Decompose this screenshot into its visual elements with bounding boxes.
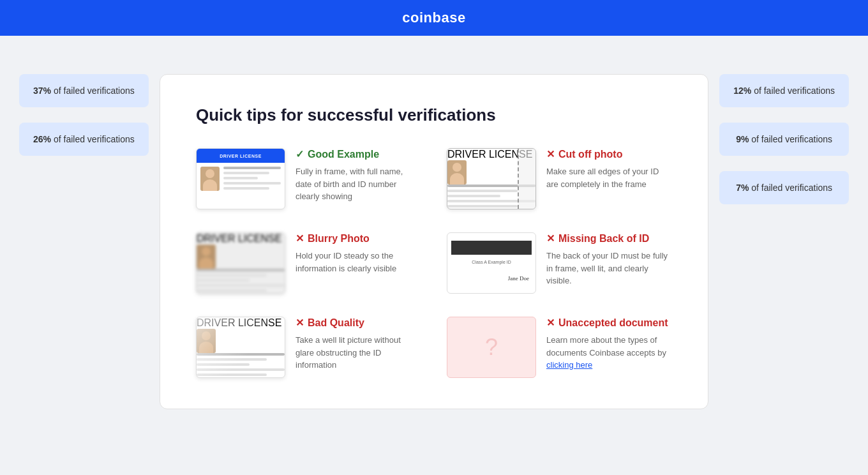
tip-title-cutoff: Cut off photo: [558, 149, 622, 160]
card-body-good: [197, 163, 285, 196]
tip-blurry: DRIVER LICENSE: [196, 232, 421, 294]
tip-content-missing-back: ✕ Missing Back of ID The back of your ID…: [546, 232, 672, 287]
question-mark-icon: ?: [485, 334, 498, 361]
x-icon: ✕: [296, 317, 304, 329]
id-line: [197, 289, 267, 292]
tip-label-cutoff: ✕ Cut off photo: [546, 148, 672, 160]
coinbase-logo: coinbase: [402, 10, 465, 26]
tip-content-unaccepted: ✕ Unaccepted document Learn more about t…: [546, 317, 672, 372]
right-badge-3-percent: 7%: [736, 183, 749, 193]
id-line: [223, 172, 269, 174]
id-card-bad-quality: DRIVER LICENSE: [196, 317, 285, 378]
id-avatar-good: [200, 167, 220, 191]
card-header-bar-blurry: DRIVER LICENSE: [197, 233, 285, 245]
id-barcode-good: [200, 197, 281, 205]
tip-title-good: Good Example: [308, 149, 379, 160]
right-side-panel: 12% of failed verifications 9% of failed…: [719, 74, 849, 204]
tip-bad-quality: DRIVER LICENSE: [196, 317, 421, 378]
left-side-panel: 37% of failed verifications 26% of faile…: [19, 74, 149, 156]
id-line: [447, 205, 518, 207]
tip-content-cutoff: ✕ Cut off photo Make sure all edges of y…: [546, 148, 672, 190]
card-header-bar: DRIVER LICENSE: [197, 149, 285, 163]
id-back-sig: Jane Doe: [508, 273, 529, 282]
id-barcode-bad: [200, 366, 281, 373]
tip-good-example: DRIVER LICENSE: [196, 148, 421, 209]
tip-content-bad-quality: ✕ Bad Quality Take a well lit picture wi…: [296, 317, 421, 372]
id-back-header: [451, 241, 532, 255]
id-back-barcode: [454, 271, 498, 283]
right-badge-1-percent: 12%: [733, 86, 751, 96]
id-line: [223, 167, 281, 169]
x-icon: ✕: [546, 148, 555, 160]
left-badge-2-percent: 26%: [33, 134, 51, 144]
id-line: [197, 269, 285, 271]
right-badge-1: 12% of failed verifications: [719, 74, 849, 107]
barcode-lines: [200, 366, 208, 373]
tip-label-missing-back: ✕ Missing Back of ID: [546, 232, 672, 245]
tip-label-bad-quality: ✕ Bad Quality: [296, 317, 421, 329]
tip-title-unaccepted: Unaccepted document: [558, 317, 668, 329]
x-icon: ✕: [546, 232, 555, 245]
barcode-lines: [454, 271, 460, 283]
right-badge-2: 9% of failed verifications: [719, 123, 849, 156]
right-badge-3: 7% of failed verifications: [719, 171, 849, 204]
tip-content-blurry: ✕ Blurry Photo Hold your ID steady so th…: [296, 232, 421, 275]
left-badge-2: 26% of failed verifications: [19, 123, 149, 156]
check-icon: ✓: [296, 148, 304, 160]
id-barcode-blurry: [200, 282, 281, 289]
tip-label-blurry: ✕ Blurry Photo: [296, 232, 421, 245]
tip-desc-good: Fully in frame, with full name, date of …: [296, 165, 421, 203]
tip-missing-back: Class A Example ID: [447, 232, 672, 294]
page-body: 37% of failed verifications 26% of faile…: [0, 36, 868, 448]
left-badge-2-text: of failed verifications: [54, 134, 135, 144]
x-icon: ✕: [296, 232, 304, 245]
cutoff-dashed-border: [518, 149, 535, 209]
barcode-lines: [200, 197, 214, 205]
id-avatar-bad: [197, 329, 216, 353]
x-icon: ✕: [546, 317, 555, 329]
tip-desc-missing-back: The back of your ID must be fully in fra…: [546, 250, 672, 287]
tip-title-bad-quality: Bad Quality: [308, 317, 364, 329]
right-badge-1-text: of failed verifications: [754, 86, 835, 96]
id-line: [197, 274, 267, 276]
clicking-here-link[interactable]: clicking here: [546, 360, 592, 370]
barcode-lines: [451, 197, 459, 205]
left-badge-1-text: of failed verifications: [54, 86, 135, 96]
tip-desc-blurry: Hold your ID steady so the information i…: [296, 250, 421, 275]
tip-label-good: ✓ Good Example: [296, 148, 421, 160]
tip-title-blurry: Blurry Photo: [308, 233, 370, 245]
card-title: Quick tips for successful verifications: [196, 105, 672, 125]
barcode-lines: [200, 282, 208, 289]
id-line: [197, 373, 267, 376]
back-label: Class A Example ID: [451, 260, 532, 264]
id-line: [223, 187, 269, 190]
id-line: [197, 353, 285, 356]
id-text-lines-good: [223, 167, 281, 192]
tip-unaccepted: ? ✕ Unaccepted document Learn more about…: [447, 317, 672, 378]
id-line: [447, 190, 518, 192]
right-badge-2-percent: 9%: [736, 134, 749, 144]
header: coinbase: [0, 0, 868, 36]
card-header-bar-bad: DRIVER LICENSE: [197, 317, 285, 329]
id-line: [223, 177, 258, 179]
tip-desc-bad-quality: Take a well lit picture without glare ob…: [296, 334, 421, 372]
right-badge-3-text: of failed verifications: [751, 183, 832, 193]
id-card-cutoff: DRIVER LICENSE: [447, 148, 536, 209]
tip-desc-cutoff: Make sure all edges of your ID are compl…: [546, 165, 672, 190]
id-card-blurry: DRIVER LICENSE: [196, 232, 285, 294]
tip-desc-unaccepted-text: Learn more about the types of documents …: [546, 335, 666, 358]
tip-label-unaccepted: ✕ Unaccepted document: [546, 317, 672, 329]
id-card-good: DRIVER LICENSE: [196, 148, 285, 209]
right-badge-2-text: of failed verifications: [751, 134, 832, 144]
tips-grid: DRIVER LICENSE: [196, 148, 672, 378]
tip-content-good: ✓ Good Example Fully in frame, with full…: [296, 148, 421, 203]
tip-desc-unaccepted: Learn more about the types of documents …: [546, 334, 672, 372]
id-line: [197, 358, 267, 361]
id-avatar-blurry: [197, 245, 216, 269]
id-card-back: Class A Example ID: [447, 232, 536, 294]
left-badge-1: 37% of failed verifications: [19, 74, 149, 107]
id-avatar-cutoff: [447, 160, 467, 185]
tip-title-missing-back: Missing Back of ID: [558, 233, 649, 245]
tip-cut-off: DRIVER LICENSE: [447, 148, 672, 209]
main-card: Quick tips for successful verifications …: [160, 74, 708, 409]
